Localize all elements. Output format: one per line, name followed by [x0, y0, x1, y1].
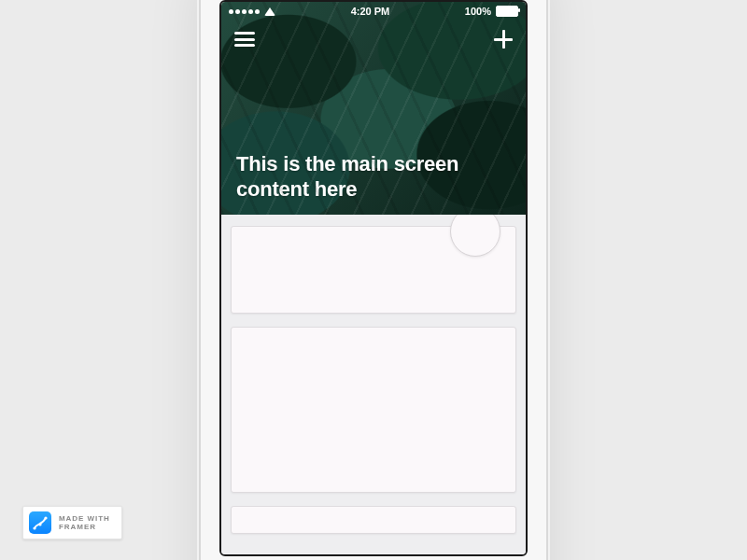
status-left	[229, 7, 275, 16]
hamburger-icon[interactable]	[234, 32, 255, 47]
status-right: 100%	[465, 6, 518, 17]
phone-frame: 4:20 PM 100% This is the main screen con…	[201, 0, 546, 560]
card[interactable]	[231, 506, 516, 534]
screen: 4:20 PM 100% This is the main screen con…	[221, 2, 526, 554]
watermark-text: MADE WITH FRAMER	[59, 514, 110, 531]
svg-point-0	[33, 526, 35, 529]
battery-icon	[496, 6, 518, 17]
svg-point-2	[44, 516, 47, 519]
hero-title: This is the main screen content here	[236, 152, 511, 202]
status-time: 4:20 PM	[351, 6, 390, 17]
watermark-line2: FRAMER	[59, 523, 110, 531]
signal-dots-icon	[229, 9, 260, 14]
framer-watermark[interactable]: MADE WITH FRAMER	[22, 506, 122, 539]
watermark-line1: MADE WITH	[59, 514, 110, 523]
plus-icon[interactable]	[494, 30, 513, 49]
nav-row	[221, 26, 526, 52]
svg-point-1	[38, 523, 41, 525]
framer-logo-icon	[29, 511, 51, 534]
battery-percent: 100%	[465, 6, 491, 17]
hero-header: 4:20 PM 100% This is the main screen con…	[221, 2, 526, 215]
card[interactable]	[231, 226, 516, 314]
card-list[interactable]	[221, 215, 526, 554]
card[interactable]	[231, 327, 516, 493]
avatar[interactable]	[450, 215, 500, 257]
status-bar: 4:20 PM 100%	[221, 2, 526, 21]
wifi-icon	[264, 7, 275, 16]
